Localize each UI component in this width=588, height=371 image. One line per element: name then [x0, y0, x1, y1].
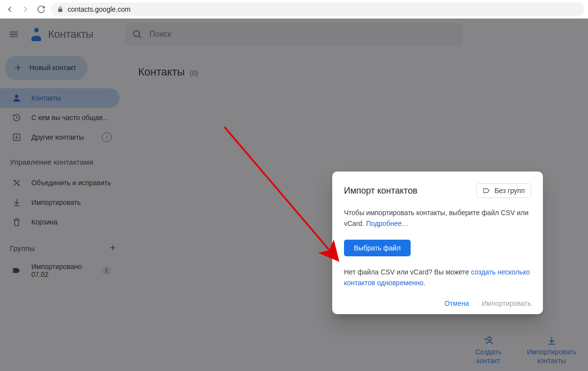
- chip-label: Без групп: [494, 187, 525, 195]
- forward-button[interactable]: [20, 3, 31, 15]
- import-dialog: Импорт контактов Без групп Чтобы импорти…: [332, 172, 543, 314]
- lock-icon: [57, 6, 64, 13]
- cancel-button[interactable]: Отмена: [444, 299, 469, 307]
- select-file-button[interactable]: Выбрать файл: [344, 240, 411, 256]
- group-chip[interactable]: Без групп: [476, 183, 531, 198]
- dialog-body-1: Чтобы импортировать контакты, выберите ф…: [344, 208, 531, 229]
- reload-button[interactable]: [35, 3, 47, 15]
- back-button[interactable]: [4, 3, 16, 15]
- label-outline-icon: [483, 187, 490, 195]
- app: Контакты Новый контакт Ко: [0, 19, 588, 371]
- import-button[interactable]: Импортировать: [482, 299, 531, 307]
- browser-chrome: contacts.google.com: [0, 0, 588, 19]
- address-bar[interactable]: contacts.google.com: [51, 2, 584, 16]
- dialog-body-2: Нет файла CSV или vCard? Вы можете созда…: [344, 267, 531, 288]
- dialog-title: Импорт контактов: [344, 186, 417, 196]
- learn-more-link[interactable]: Подробнее…: [366, 220, 409, 227]
- url-text: contacts.google.com: [68, 5, 130, 13]
